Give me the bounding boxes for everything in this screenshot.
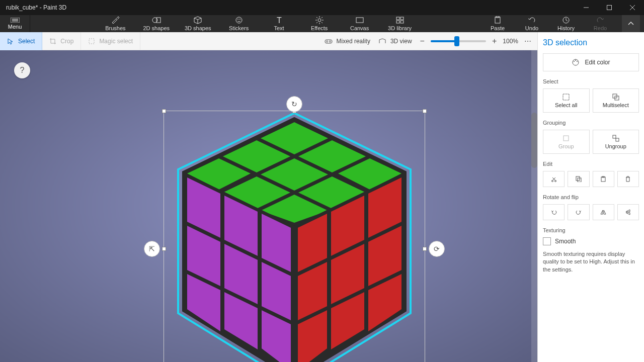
crop-tool[interactable]: Crop (42, 32, 81, 50)
svg-rect-33 (89, 39, 94, 44)
zoom-slider[interactable] (431, 40, 486, 42)
ribbon-3d-library[interactable]: 3D library (387, 16, 413, 31)
flip-v-icon (625, 209, 631, 215)
multiselect-button[interactable]: Multiselect (593, 88, 639, 113)
svg-point-10 (236, 17, 242, 23)
properties-sidebar: 3D selection Edit color Select Select al… (537, 32, 644, 362)
svg-rect-24 (396, 17, 399, 20)
svg-point-36 (329, 41, 331, 42)
svg-line-20 (321, 22, 323, 23)
svg-line-21 (321, 17, 323, 18)
ribbon-effects[interactable]: Effects (307, 16, 332, 31)
smooth-hint: Smooth texturing requires display qualit… (543, 250, 639, 274)
menu-button[interactable]: Menu (0, 15, 30, 32)
svg-line-19 (316, 17, 317, 18)
smooth-checkbox[interactable]: Smooth (543, 237, 639, 245)
zoom-level: 100% (503, 38, 518, 45)
resize-handle-tr[interactable] (423, 109, 427, 113)
ribbon-undo[interactable]: Undo (519, 16, 544, 31)
zoom-out-button[interactable]: − (420, 37, 425, 46)
ungroup-icon (612, 135, 619, 142)
select-tool[interactable]: Select (0, 32, 42, 50)
minimize-button[interactable] (575, 0, 598, 15)
svg-rect-46 (616, 138, 619, 141)
depth-handle-left[interactable]: ⇱ (144, 241, 160, 257)
magic-select-tool[interactable]: Magic select (81, 32, 140, 50)
secondary-toolbar: Select Crop Magic select Mixed reality 3… (0, 32, 537, 50)
selection-bounding-box[interactable]: ↻ ⟲ ⇱ ⟳ (164, 111, 425, 362)
help-button[interactable]: ? (14, 62, 30, 78)
rotate-right-button[interactable] (568, 204, 589, 220)
rotate-left-icon (551, 209, 557, 215)
svg-point-35 (326, 41, 328, 42)
more-button[interactable]: ⋯ (524, 37, 531, 45)
delete-icon (625, 176, 631, 182)
copy-button[interactable] (568, 171, 589, 187)
svg-point-11 (237, 19, 238, 20)
collapse-ribbon-button[interactable] (622, 15, 640, 32)
ribbon-3d-shapes[interactable]: 3D shapes (185, 16, 211, 31)
sidebar-title: 3D selection (543, 38, 639, 47)
flip-h-icon (600, 209, 606, 215)
mixed-reality-button[interactable]: Mixed reality (325, 38, 370, 45)
select-all-icon (562, 94, 570, 101)
svg-rect-23 (356, 18, 363, 23)
svg-rect-44 (564, 136, 569, 141)
close-button[interactable] (621, 0, 644, 15)
vertical-scrollbar[interactable] (531, 50, 537, 362)
svg-line-32 (566, 20, 568, 21)
svg-line-22 (316, 22, 317, 23)
maximize-button[interactable] (598, 0, 621, 15)
flip-vertical-button[interactable] (617, 204, 639, 220)
flip-horizontal-button[interactable] (593, 204, 614, 220)
delete-button[interactable] (617, 171, 639, 187)
svg-point-12 (239, 19, 240, 20)
3d-view-button[interactable]: 3D view (378, 38, 412, 45)
rotate-left-button[interactable] (543, 204, 565, 220)
canvas[interactable]: ? (0, 50, 537, 362)
svg-point-39 (575, 60, 576, 61)
resize-handle-ml[interactable] (162, 247, 166, 251)
ribbon-2d-shapes[interactable]: 2D shapes (143, 16, 170, 31)
rotate-x-handle[interactable]: ⟳ (429, 241, 445, 257)
cut-button[interactable] (543, 171, 565, 187)
zoom-in-button[interactable]: + (492, 37, 497, 46)
ribbon-history[interactable]: History (553, 16, 579, 31)
svg-point-48 (554, 180, 556, 182)
rotate-z-handle[interactable]: ↻ (286, 96, 302, 112)
svg-rect-41 (563, 94, 569, 100)
paste-button[interactable] (593, 171, 614, 187)
ribbon-brushes[interactable]: Brushes (103, 16, 128, 31)
svg-point-38 (574, 61, 575, 62)
group-icon (562, 135, 570, 142)
svg-rect-1 (607, 6, 612, 10)
ungroup-button[interactable]: Ungroup (593, 130, 639, 154)
group-button: Group (543, 130, 590, 154)
svg-rect-25 (400, 17, 404, 20)
ribbon-canvas[interactable]: Canvas (347, 16, 372, 31)
svg-rect-27 (400, 21, 404, 23)
window-title: rubik_cube* - Paint 3D (6, 4, 66, 11)
select-all-button[interactable]: Select all (543, 88, 590, 113)
ribbon-stickers[interactable]: Stickers (226, 16, 252, 31)
svg-point-47 (551, 180, 553, 182)
edit-color-button[interactable]: Edit color (543, 53, 639, 71)
svg-point-40 (577, 61, 578, 62)
rotate-right-icon (576, 209, 582, 215)
svg-rect-26 (396, 21, 399, 23)
resize-handle-mr[interactable] (423, 247, 427, 251)
checkbox-icon (543, 237, 551, 245)
copy-icon (576, 176, 582, 182)
ribbon-paste[interactable]: Paste (485, 16, 510, 31)
ribbon: Menu Brushes 2D shapes 3D shapes Sticker… (0, 15, 644, 32)
ribbon-redo: Redo (588, 16, 613, 31)
svg-rect-28 (495, 17, 500, 23)
svg-point-14 (318, 19, 321, 22)
svg-text:T: T (277, 16, 282, 24)
ribbon-text[interactable]: TText (267, 16, 292, 31)
cut-icon (551, 176, 557, 182)
resize-handle-tl[interactable] (162, 109, 166, 113)
multiselect-icon (612, 94, 619, 101)
palette-icon (572, 58, 580, 66)
svg-rect-45 (613, 135, 616, 138)
